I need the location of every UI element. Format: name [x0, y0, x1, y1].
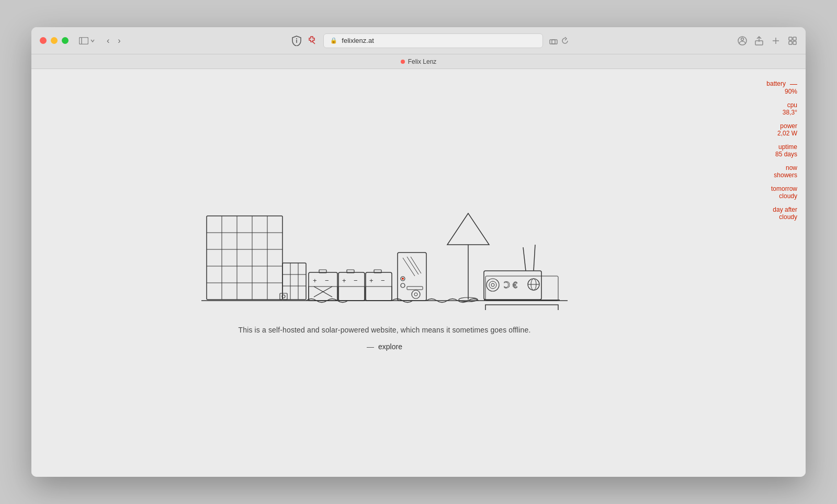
cpu-value: 38,3°: [783, 109, 797, 116]
now-stat: now showers: [774, 164, 797, 179]
new-tab-icon[interactable]: [771, 36, 781, 45]
svg-rect-78: [485, 305, 558, 310]
share-button-icon[interactable]: [754, 36, 764, 45]
svg-text:+: +: [313, 277, 317, 284]
batteries: + − + − + −: [309, 270, 392, 301]
svg-rect-11: [789, 37, 792, 40]
tab-dot: [401, 60, 405, 64]
lamp: [447, 213, 489, 302]
svg-line-71: [523, 247, 526, 271]
now-label: now: [786, 164, 797, 171]
reload-icons: [549, 37, 569, 45]
svg-rect-29: [280, 293, 287, 300]
svg-text:+: +: [342, 277, 346, 284]
svg-point-57: [412, 290, 420, 299]
battery-label: battery: [766, 80, 786, 87]
address-bar-container: 🔒 felixlenz.at: [130, 33, 731, 48]
browser-window: ‹ › 🔒 felixlenz.at: [31, 27, 806, 477]
svg-point-7: [741, 38, 744, 40]
close-button[interactable]: [40, 37, 47, 44]
share-icon[interactable]: [549, 37, 558, 45]
cpu-label: cpu: [787, 101, 797, 109]
main-content: + − + − + −: [31, 69, 806, 477]
now-value: showers: [774, 171, 797, 179]
day-after-label: day after: [773, 206, 797, 213]
svg-point-3: [296, 38, 297, 39]
svg-text:−: −: [381, 277, 385, 284]
back-button[interactable]: ‹: [104, 35, 112, 47]
svg-rect-14: [793, 41, 796, 44]
lock-icon: 🔒: [330, 37, 337, 44]
forward-button[interactable]: ›: [115, 35, 123, 47]
svg-line-72: [534, 245, 535, 271]
svg-point-54: [402, 278, 404, 280]
address-bar[interactable]: 🔒 felixlenz.at: [323, 33, 543, 48]
solar-illustration: + − + − + −: [201, 195, 568, 310]
svg-line-51: [407, 257, 418, 274]
title-bar: ‹ › 🔒 felixlenz.at: [31, 27, 806, 54]
solar-panels: [207, 216, 306, 300]
cpu-stat: cpu 38,3°: [783, 101, 797, 116]
svg-rect-48: [366, 287, 392, 301]
power-stat: power 2,02 W: [777, 122, 797, 137]
svg-text:−: −: [325, 277, 329, 284]
description: This is a self-hosted and solar-powered …: [239, 326, 531, 334]
active-tab[interactable]: Felix Lenz: [401, 58, 437, 65]
svg-text:Ɔ: Ɔ: [504, 281, 510, 290]
computer-tower: [398, 253, 426, 301]
extension-icon[interactable]: [307, 36, 317, 46]
url-text: felixlenz.at: [342, 37, 374, 44]
svg-rect-4: [550, 40, 555, 44]
svg-marker-59: [447, 213, 489, 245]
svg-rect-5: [552, 40, 557, 44]
svg-point-64: [489, 281, 496, 289]
traffic-lights: [40, 37, 69, 44]
minimize-button[interactable]: [51, 37, 58, 44]
explore-button[interactable]: explore: [378, 342, 402, 351]
sidebar-toggle[interactable]: [79, 37, 95, 44]
svg-rect-15: [207, 216, 282, 300]
tab-title: Felix Lenz: [408, 58, 437, 65]
svg-text:−: −: [354, 277, 358, 284]
shield-icon[interactable]: [292, 36, 301, 46]
grid-icon[interactable]: [788, 36, 797, 45]
chevron-down-icon: [90, 38, 95, 43]
svg-rect-12: [793, 37, 796, 40]
tomorrow-label: tomorrow: [771, 185, 797, 192]
sidebar-toggle-icon: [79, 37, 88, 44]
explore-link[interactable]: — explore: [367, 342, 402, 351]
svg-point-55: [401, 283, 405, 288]
tab-bar: Felix Lenz: [31, 54, 806, 69]
center-content: + − + − + −: [31, 69, 738, 477]
tomorrow-stat: tomorrow cloudy: [771, 185, 797, 200]
dresser: [484, 276, 560, 301]
battery-value: 90%: [766, 88, 797, 95]
battery-dash: —: [790, 79, 797, 88]
power-label: power: [780, 122, 797, 130]
radio-device: Ɔ €: [484, 245, 541, 300]
uptime-stat: uptime 85 days: [775, 143, 797, 158]
svg-rect-56: [407, 287, 423, 290]
svg-rect-43: [338, 287, 365, 301]
toolbar-right: [738, 36, 797, 45]
svg-point-63: [487, 279, 499, 291]
svg-text:€: €: [513, 281, 517, 290]
tomorrow-value: cloudy: [771, 192, 797, 200]
svg-point-58: [414, 293, 417, 296]
uptime-label: uptime: [778, 143, 797, 151]
svg-rect-0: [80, 37, 88, 44]
account-icon[interactable]: [738, 36, 747, 45]
nav-buttons: ‹ ›: [104, 35, 124, 47]
day-after-value: cloudy: [773, 213, 797, 221]
reload-icon[interactable]: [561, 37, 569, 45]
nightstand: [485, 305, 558, 310]
svg-rect-24: [282, 263, 306, 300]
day-after-stat: day after cloudy: [773, 206, 797, 221]
maximize-button[interactable]: [62, 37, 69, 44]
explore-dash: —: [367, 342, 374, 351]
left-toolbar-icons: [292, 36, 317, 46]
svg-point-65: [491, 283, 494, 287]
svg-rect-13: [789, 41, 792, 44]
battery-stat: battery — 90%: [766, 79, 797, 95]
stats-sidebar: battery — 90% cpu 38,3° power 2,02 W: [738, 69, 806, 477]
